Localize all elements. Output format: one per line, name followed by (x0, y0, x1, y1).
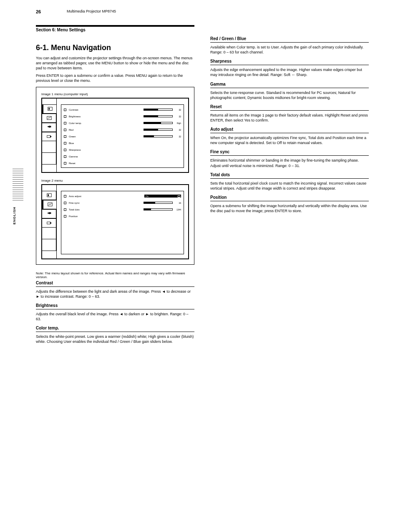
svg-rect-9 (50, 212, 51, 214)
image2-icon (47, 202, 53, 208)
osd-row[interactable]: Red32 (64, 127, 181, 133)
osd-tab-image1[interactable] (42, 104, 56, 114)
osd-row[interactable]: Sharpness (64, 147, 181, 153)
osd-item-label: Brightness (69, 115, 141, 118)
setting-block: GammaSelects the tone-response curve. St… (210, 82, 369, 100)
setting-desc: Adjusts the overall black level of the i… (36, 312, 194, 322)
setting-rule (210, 155, 369, 156)
osd-slider[interactable] (144, 129, 173, 131)
osd-value: 32 (174, 135, 181, 138)
osd-row[interactable]: Blue (64, 140, 181, 147)
bullet-icon (64, 142, 66, 144)
osd-row[interactable]: Reset (64, 160, 181, 167)
osd-row[interactable]: Green32 (64, 133, 181, 140)
osd-row[interactable]: Position (64, 213, 181, 220)
input-icon (46, 211, 52, 217)
setting-desc: Opens a submenu for shifting the image h… (210, 203, 369, 213)
osd-tabs-2 (42, 185, 56, 258)
bullet-icon (64, 109, 66, 111)
setting-desc: Available when Color temp. is set to Use… (210, 45, 369, 55)
setting-desc: Selects the tone-response curve. Standar… (210, 90, 369, 100)
osd-body-2: Auto adjustOnFine sync16Total dots1344Po… (56, 185, 188, 258)
osd-slider[interactable] (144, 135, 173, 137)
screenshot-note: Note: The menu layout shown is for refer… (36, 271, 194, 279)
osd2-tab-input[interactable] (42, 209, 56, 218)
setting-desc: Selects the white-point preset. Low give… (36, 334, 194, 344)
osd-slider[interactable] (144, 202, 173, 204)
image1-icon (47, 106, 53, 112)
osd-dropdown[interactable]: On (144, 195, 181, 198)
image2-icon (46, 115, 52, 121)
osd-item-label: Blue (69, 142, 181, 144)
setting-block: Total dotsSets the total horizontal pixe… (210, 172, 369, 191)
svg-point-11 (50, 222, 51, 224)
osd-screenshot-container: Image 1 menu (computer input) (36, 87, 194, 265)
product-line: Multimedia Projector MP8745 (67, 9, 116, 13)
osd-item-label: Contrast (69, 109, 141, 111)
input-icon (46, 124, 52, 130)
setting-title: Auto adjust (210, 127, 369, 132)
svg-point-5 (50, 136, 51, 137)
intro-heading: 6-1. Menu Navigation (36, 44, 194, 52)
osd-value: 16 (174, 202, 181, 204)
setting-title: Reset (210, 104, 369, 109)
setting-rule (210, 88, 369, 88)
osd2-tab-image2[interactable] (42, 200, 56, 209)
setting-rule (210, 178, 369, 179)
setting-rule (36, 309, 194, 309)
osd2-tab-image1[interactable] (42, 191, 56, 200)
setting-block: ResetReturns all items on the Image 1 pa… (210, 104, 369, 123)
setting-title: Sharpness (210, 59, 369, 63)
osd-tab-blank-2a (42, 228, 56, 239)
osd-slider[interactable] (144, 208, 173, 210)
right-column: Red / Green / BlueAvailable when Color t… (210, 36, 369, 348)
osd-slider[interactable] (144, 115, 173, 117)
osd-tab-input[interactable] (42, 123, 56, 132)
osd-item-label: Color temp. (69, 122, 141, 124)
osd-value: High (174, 122, 181, 124)
svg-rect-6 (47, 193, 51, 197)
setting-rule (210, 110, 369, 111)
setting-rule (210, 133, 369, 133)
setting-title: Color temp. (36, 326, 194, 330)
bullet-icon (64, 215, 66, 218)
intro-p2: Press ENTER to open a submenu or confirm… (36, 73, 194, 83)
setting-desc: Adjusts the edge enhancement applied to … (210, 67, 369, 77)
osd-value: 32 (174, 129, 181, 131)
osd-slider[interactable] (144, 109, 173, 111)
osd-tabs-1 (42, 99, 56, 172)
setting-title: Position (210, 195, 369, 200)
osd-tab-setup[interactable] (42, 132, 56, 141)
setting-title: Total dots (210, 172, 369, 177)
setting-block: SharpnessAdjusts the edge enhancement ap… (210, 59, 369, 77)
side-language-label: ENGLISH (13, 207, 16, 225)
setting-desc: Returns all items on the Image 1 page to… (210, 113, 369, 123)
osd-item-label: Reset (69, 162, 181, 165)
osd2-label: Image 2 menu (41, 179, 189, 182)
bullet-icon (64, 122, 66, 124)
setting-block: PositionOpens a submenu for shifting the… (210, 195, 369, 213)
osd-value: 32 (174, 115, 181, 118)
osd-row[interactable]: Brightness32 (64, 113, 181, 120)
osd-row[interactable]: Gamma (64, 153, 181, 160)
osd-item-label: Position (69, 215, 181, 218)
osd-row[interactable]: Color temp.High (64, 120, 181, 127)
osd-tab-image2[interactable] (42, 114, 56, 123)
osd-row[interactable]: Total dots1344 (64, 206, 181, 213)
setup-icon (46, 134, 52, 139)
osd-item-label: Red (69, 129, 141, 131)
osd-panel-1: Contrast32Brightness32Color temp.HighRed… (41, 98, 189, 173)
osd-row[interactable]: Contrast32 (64, 106, 181, 113)
osd-row[interactable]: Fine sync16 (64, 200, 181, 206)
osd-item-label: Auto adjust (69, 195, 144, 198)
osd-slider[interactable] (144, 122, 173, 124)
setting-desc: Sets the total horizontal pixel clock co… (210, 181, 369, 191)
setup-icon (46, 220, 52, 226)
intro-p1: You can adjust and customize the project… (36, 56, 194, 71)
setting-block: Auto adjustWhen On, the projector automa… (210, 127, 369, 145)
setting-rule (210, 201, 369, 201)
osd2-tab-setup[interactable] (42, 218, 56, 228)
osd-item-label: Fine sync (69, 202, 141, 204)
svg-rect-10 (47, 222, 50, 224)
osd-row[interactable]: Auto adjustOn (64, 193, 181, 200)
